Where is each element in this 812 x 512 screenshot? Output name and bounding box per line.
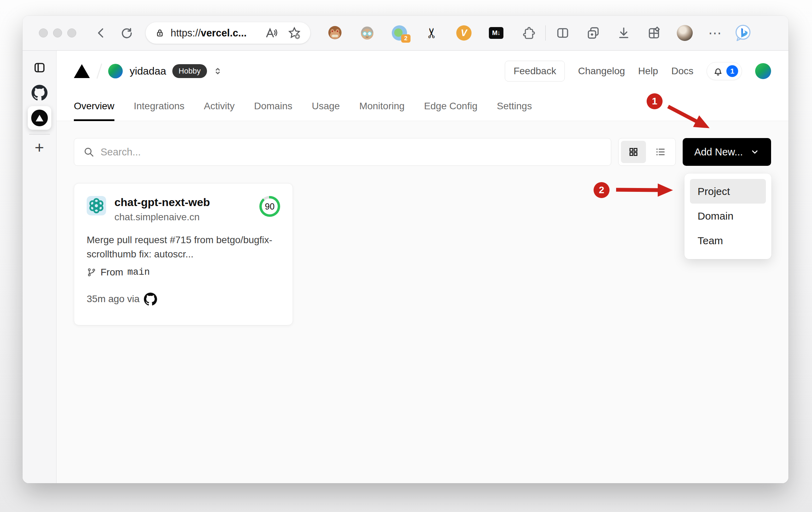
plan-badge: Hobby	[172, 64, 207, 78]
collections-button[interactable]	[585, 25, 601, 41]
url-text[interactable]: https://vercel.c...	[171, 27, 247, 39]
elder-face-icon	[360, 26, 374, 40]
vercel-header: yidadaa Hobby Feedback Changelog Help Do…	[57, 51, 788, 121]
browser-window: https://vercel.c...	[23, 16, 788, 483]
add-new-dropdown: Project Domain Team	[684, 173, 771, 259]
tampermonkey-extension-icon[interactable]	[327, 25, 343, 41]
team-switcher-button[interactable]	[213, 65, 223, 77]
ellipsis-icon: ⋯	[708, 25, 722, 41]
notifications-button[interactable]: 1	[707, 62, 742, 80]
project-domain[interactable]: chat.simplenaive.cn	[114, 212, 210, 223]
list-view-button[interactable]	[648, 141, 673, 163]
changelog-link[interactable]: Changelog	[578, 66, 625, 77]
bell-icon	[712, 66, 724, 77]
vercel-logo[interactable]	[74, 64, 90, 78]
project-search[interactable]	[74, 138, 611, 166]
browser-profile-button[interactable]	[677, 25, 693, 41]
help-link[interactable]: Help	[638, 66, 658, 77]
tab-edge-config[interactable]: Edge Config	[424, 92, 477, 121]
split-screen-button[interactable]	[555, 25, 571, 41]
back-button[interactable]	[92, 24, 110, 42]
download-icon	[616, 26, 631, 40]
browser-toolbar: https://vercel.c...	[23, 16, 788, 51]
lighthouse-score-value: 90	[262, 198, 278, 214]
dropdown-item-domain[interactable]: Domain	[690, 204, 766, 228]
branch-prefix: From	[101, 267, 123, 278]
markdown-extension-icon[interactable]: M↓	[488, 25, 504, 41]
grid-view-icon	[628, 146, 639, 157]
window-controls	[39, 28, 76, 37]
sidebar-toggle-button[interactable]	[33, 61, 46, 74]
annotation-step-1: 1	[647, 93, 663, 109]
address-bar[interactable]: https://vercel.c...	[146, 22, 310, 44]
proxy-badge: 2	[401, 34, 411, 43]
tab-settings[interactable]: Settings	[497, 92, 532, 121]
zoom-window-button[interactable]	[67, 28, 76, 37]
search-input[interactable]	[101, 146, 602, 158]
dashboard-tabs: Overview Integrations Activity Domains U…	[74, 92, 771, 121]
github-icon	[144, 292, 157, 306]
github-icon	[32, 85, 47, 101]
add-favorite-star-icon[interactable]	[287, 26, 301, 40]
sidebar-add-button[interactable]: +	[35, 139, 44, 155]
add-new-button[interactable]: Add New...	[683, 138, 771, 166]
grid-view-button[interactable]	[621, 141, 646, 163]
reload-icon	[119, 26, 133, 40]
tab-overview[interactable]: Overview	[74, 92, 114, 121]
latest-commit-message: Merge pull request #715 from betgo/bugfi…	[87, 233, 282, 261]
project-favicon	[87, 196, 106, 215]
tab-domains[interactable]: Domains	[254, 92, 292, 121]
proxy-globe-icon: 2	[392, 25, 407, 41]
feedback-button[interactable]: Feedback	[505, 61, 565, 82]
collections-icon	[586, 26, 601, 40]
apps-layout-icon	[647, 26, 662, 40]
v-extension-icon[interactable]: V	[456, 25, 472, 41]
user-avatar[interactable]	[755, 63, 771, 79]
extension-icons: 2 ✂ V M↓	[327, 25, 536, 41]
browser-action-icons: ⋯	[555, 25, 723, 41]
edge-sidebar: +	[23, 51, 57, 483]
project-card[interactable]: chat-gpt-next-web chat.simplenaive.cn 90…	[74, 183, 293, 325]
notification-count-badge: 1	[726, 65, 738, 77]
search-icon	[83, 146, 94, 157]
scissors-icon: ✂	[424, 27, 440, 39]
sidebar-item-github[interactable]	[32, 85, 47, 101]
bing-icon	[734, 24, 752, 42]
reload-button[interactable]	[118, 24, 135, 42]
panel-icon	[33, 61, 46, 74]
add-new-label: Add New...	[694, 146, 743, 158]
annotation-step-2: 2	[594, 182, 610, 198]
git-branch-icon	[87, 267, 96, 277]
close-window-button[interactable]	[39, 28, 48, 37]
split-screen-icon	[555, 26, 570, 40]
back-arrow-icon	[94, 26, 108, 40]
puzzle-icon	[521, 26, 536, 40]
markdown-download-icon: M↓	[489, 27, 503, 39]
dropdown-item-project[interactable]: Project	[690, 179, 766, 204]
lighthouse-score-ring[interactable]: 90	[259, 196, 280, 217]
openai-logo-icon	[88, 198, 104, 214]
extensions-menu-button[interactable]	[520, 25, 536, 41]
read-aloud-icon[interactable]	[265, 26, 278, 40]
proxy-extension-icon[interactable]: 2	[391, 25, 407, 41]
tab-integrations[interactable]: Integrations	[134, 92, 184, 121]
tab-activity[interactable]: Activity	[204, 92, 235, 121]
elder-extension-icon[interactable]	[359, 25, 375, 41]
clipper-extension-icon[interactable]: ✂	[424, 25, 440, 41]
downloads-button[interactable]	[616, 25, 632, 41]
more-menu-button[interactable]: ⋯	[707, 25, 723, 41]
tab-usage[interactable]: Usage	[312, 92, 340, 121]
toolbar-divider	[545, 25, 546, 41]
minimize-window-button[interactable]	[53, 28, 62, 37]
apps-launcher-button[interactable]	[646, 25, 662, 41]
bing-chat-button[interactable]	[734, 24, 752, 42]
breadcrumb-slash	[96, 63, 102, 79]
docs-link[interactable]: Docs	[671, 66, 693, 77]
project-name[interactable]: chat-gpt-next-web	[114, 196, 210, 209]
profile-avatar	[677, 25, 693, 41]
team-name[interactable]: yidadaa	[130, 65, 166, 77]
tab-monitoring[interactable]: Monitoring	[359, 92, 405, 121]
sidebar-item-vercel-active[interactable]	[28, 106, 51, 130]
v-badge-icon: V	[456, 25, 472, 41]
dropdown-item-team[interactable]: Team	[690, 228, 766, 253]
